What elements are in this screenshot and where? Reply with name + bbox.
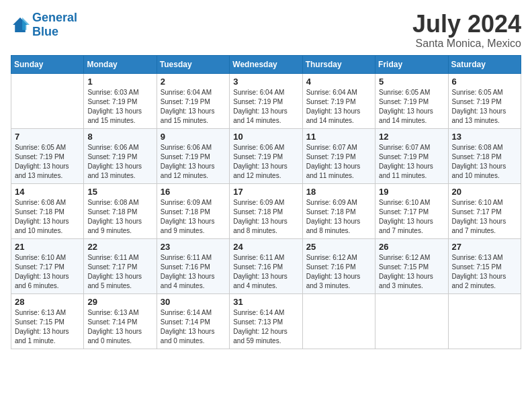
- calendar-cell: 5Sunrise: 6:05 AM Sunset: 7:19 PM Daylig…: [375, 73, 448, 128]
- title-block: July 2024 Santa Monica, Mexico: [412, 11, 521, 50]
- day-info: Sunrise: 6:08 AM Sunset: 7:18 PM Dayligh…: [15, 198, 80, 236]
- day-info: Sunrise: 6:07 AM Sunset: 7:19 PM Dayligh…: [306, 143, 371, 181]
- month-title: July 2024: [412, 11, 521, 38]
- day-number: 25: [306, 242, 371, 252]
- weekday-header: Wednesday: [230, 55, 302, 73]
- day-number: 1: [87, 77, 152, 87]
- day-number: 3: [233, 77, 298, 87]
- calendar-cell: 6Sunrise: 6:05 AM Sunset: 7:19 PM Daylig…: [448, 73, 521, 128]
- calendar-cell: 22Sunrise: 6:11 AM Sunset: 7:17 PM Dayli…: [84, 238, 157, 293]
- calendar-cell: [448, 293, 521, 349]
- calendar-cell: 7Sunrise: 6:05 AM Sunset: 7:19 PM Daylig…: [11, 128, 84, 183]
- day-number: 26: [379, 242, 444, 252]
- day-number: 9: [161, 132, 226, 142]
- weekday-header: Saturday: [448, 55, 521, 73]
- day-number: 10: [233, 132, 298, 142]
- day-number: 13: [452, 132, 517, 142]
- day-number: 12: [379, 132, 444, 142]
- day-number: 7: [15, 132, 80, 142]
- day-number: 5: [379, 77, 444, 87]
- day-info: Sunrise: 6:06 AM Sunset: 7:19 PM Dayligh…: [233, 143, 298, 181]
- location-subtitle: Santa Monica, Mexico: [412, 38, 521, 50]
- calendar-cell: 8Sunrise: 6:06 AM Sunset: 7:19 PM Daylig…: [84, 128, 157, 183]
- day-number: 4: [306, 77, 371, 87]
- day-info: Sunrise: 6:13 AM Sunset: 7:15 PM Dayligh…: [452, 253, 517, 291]
- calendar-cell: [11, 73, 84, 128]
- day-number: 19: [379, 187, 444, 197]
- day-info: Sunrise: 6:13 AM Sunset: 7:14 PM Dayligh…: [87, 308, 152, 346]
- day-info: Sunrise: 6:11 AM Sunset: 7:16 PM Dayligh…: [233, 253, 298, 291]
- day-info: Sunrise: 6:04 AM Sunset: 7:19 PM Dayligh…: [306, 88, 371, 126]
- day-number: 29: [87, 297, 152, 307]
- day-number: 15: [87, 187, 152, 197]
- day-info: Sunrise: 6:10 AM Sunset: 7:17 PM Dayligh…: [452, 198, 517, 236]
- calendar-cell: 26Sunrise: 6:12 AM Sunset: 7:15 PM Dayli…: [375, 238, 448, 293]
- calendar-cell: 30Sunrise: 6:14 AM Sunset: 7:14 PM Dayli…: [157, 293, 229, 349]
- day-number: 17: [233, 187, 298, 197]
- day-info: Sunrise: 6:05 AM Sunset: 7:19 PM Dayligh…: [452, 88, 517, 126]
- day-number: 18: [306, 187, 371, 197]
- calendar-cell: 25Sunrise: 6:12 AM Sunset: 7:16 PM Dayli…: [302, 238, 375, 293]
- calendar-cell: [302, 293, 375, 349]
- weekday-header: Monday: [84, 55, 157, 73]
- day-number: 6: [452, 77, 517, 87]
- day-info: Sunrise: 6:05 AM Sunset: 7:19 PM Dayligh…: [379, 88, 444, 126]
- calendar-cell: 16Sunrise: 6:09 AM Sunset: 7:18 PM Dayli…: [157, 183, 229, 238]
- day-info: Sunrise: 6:14 AM Sunset: 7:14 PM Dayligh…: [161, 308, 226, 346]
- calendar-cell: 18Sunrise: 6:09 AM Sunset: 7:18 PM Dayli…: [302, 183, 375, 238]
- day-info: Sunrise: 6:06 AM Sunset: 7:19 PM Dayligh…: [161, 143, 226, 181]
- page-header: General Blue July 2024 Santa Monica, Mex…: [11, 11, 521, 50]
- day-info: Sunrise: 6:12 AM Sunset: 7:16 PM Dayligh…: [306, 253, 371, 291]
- day-info: Sunrise: 6:10 AM Sunset: 7:17 PM Dayligh…: [379, 198, 444, 236]
- calendar-cell: 23Sunrise: 6:11 AM Sunset: 7:16 PM Dayli…: [157, 238, 229, 293]
- calendar-cell: 29Sunrise: 6:13 AM Sunset: 7:14 PM Dayli…: [84, 293, 157, 349]
- day-number: 30: [161, 297, 226, 307]
- calendar-table: SundayMondayTuesdayWednesdayThursdayFrid…: [11, 55, 521, 349]
- calendar-week-row: 28Sunrise: 6:13 AM Sunset: 7:15 PM Dayli…: [11, 293, 521, 349]
- day-number: 20: [452, 187, 517, 197]
- day-info: Sunrise: 6:10 AM Sunset: 7:17 PM Dayligh…: [15, 253, 80, 291]
- calendar-cell: 12Sunrise: 6:07 AM Sunset: 7:19 PM Dayli…: [375, 128, 448, 183]
- calendar-cell: 1Sunrise: 6:03 AM Sunset: 7:19 PM Daylig…: [84, 73, 157, 128]
- weekday-header: Thursday: [302, 55, 375, 73]
- day-number: 16: [161, 187, 226, 197]
- day-info: Sunrise: 6:04 AM Sunset: 7:19 PM Dayligh…: [161, 88, 226, 126]
- day-info: Sunrise: 6:08 AM Sunset: 7:18 PM Dayligh…: [452, 143, 517, 181]
- day-number: 2: [161, 77, 226, 87]
- calendar-cell: 27Sunrise: 6:13 AM Sunset: 7:15 PM Dayli…: [448, 238, 521, 293]
- day-number: 31: [233, 297, 298, 307]
- day-info: Sunrise: 6:03 AM Sunset: 7:19 PM Dayligh…: [87, 88, 152, 126]
- weekday-header: Friday: [375, 55, 448, 73]
- calendar-cell: 24Sunrise: 6:11 AM Sunset: 7:16 PM Dayli…: [230, 238, 302, 293]
- day-info: Sunrise: 6:13 AM Sunset: 7:15 PM Dayligh…: [15, 308, 80, 346]
- calendar-week-row: 14Sunrise: 6:08 AM Sunset: 7:18 PM Dayli…: [11, 183, 521, 238]
- header-row: SundayMondayTuesdayWednesdayThursdayFrid…: [11, 55, 521, 73]
- day-number: 27: [452, 242, 517, 252]
- day-info: Sunrise: 6:09 AM Sunset: 7:18 PM Dayligh…: [233, 198, 298, 236]
- day-number: 14: [15, 187, 80, 197]
- day-info: Sunrise: 6:11 AM Sunset: 7:16 PM Dayligh…: [161, 253, 226, 291]
- day-info: Sunrise: 6:05 AM Sunset: 7:19 PM Dayligh…: [15, 143, 80, 181]
- calendar-cell: [375, 293, 448, 349]
- day-number: 23: [161, 242, 226, 252]
- day-info: Sunrise: 6:12 AM Sunset: 7:15 PM Dayligh…: [379, 253, 444, 291]
- day-number: 24: [233, 242, 298, 252]
- calendar-cell: 14Sunrise: 6:08 AM Sunset: 7:18 PM Dayli…: [11, 183, 84, 238]
- day-info: Sunrise: 6:11 AM Sunset: 7:17 PM Dayligh…: [87, 253, 152, 291]
- calendar-cell: 3Sunrise: 6:04 AM Sunset: 7:19 PM Daylig…: [230, 73, 302, 128]
- weekday-header: Tuesday: [157, 55, 229, 73]
- logo-text: General Blue: [32, 11, 77, 39]
- day-number: 28: [15, 297, 80, 307]
- day-info: Sunrise: 6:06 AM Sunset: 7:19 PM Dayligh…: [87, 143, 152, 181]
- calendar-cell: 31Sunrise: 6:14 AM Sunset: 7:13 PM Dayli…: [230, 293, 302, 349]
- day-info: Sunrise: 6:04 AM Sunset: 7:19 PM Dayligh…: [233, 88, 298, 126]
- day-info: Sunrise: 6:14 AM Sunset: 7:13 PM Dayligh…: [233, 308, 298, 346]
- day-info: Sunrise: 6:07 AM Sunset: 7:19 PM Dayligh…: [379, 143, 444, 181]
- calendar-cell: 20Sunrise: 6:10 AM Sunset: 7:17 PM Dayli…: [448, 183, 521, 238]
- calendar-week-row: 7Sunrise: 6:05 AM Sunset: 7:19 PM Daylig…: [11, 128, 521, 183]
- calendar-cell: 4Sunrise: 6:04 AM Sunset: 7:19 PM Daylig…: [302, 73, 375, 128]
- day-number: 21: [15, 242, 80, 252]
- day-info: Sunrise: 6:09 AM Sunset: 7:18 PM Dayligh…: [161, 198, 226, 236]
- calendar-cell: 11Sunrise: 6:07 AM Sunset: 7:19 PM Dayli…: [302, 128, 375, 183]
- logo-icon: [11, 15, 30, 34]
